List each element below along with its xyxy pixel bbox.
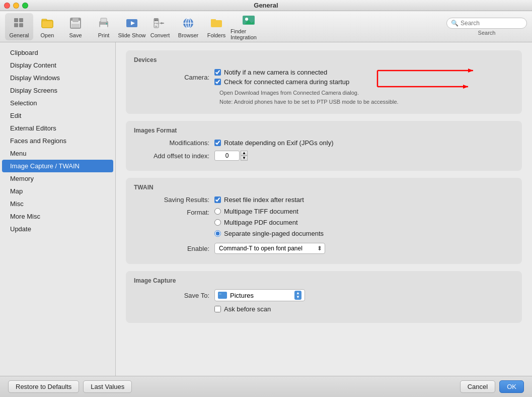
ask-before-scan-label: Ask before scan [224,305,271,313]
last-values-button[interactable]: Last Values [83,380,132,393]
multipage-pdf-row: Multipage PDF document [214,219,324,226]
svg-rect-10 [71,24,80,28]
bottom-left-buttons: Restore to Defaults Last Values [8,380,132,393]
multipage-pdf-label: Multipage PDF document [224,219,298,226]
slideshow-icon [124,15,140,31]
sidebar-item-edit[interactable]: Edit [2,109,113,122]
notify-checkbox[interactable] [214,69,221,76]
reset-index-label: Reset file index after restart [224,196,304,204]
multipage-pdf-radio[interactable] [214,219,221,226]
svg-rect-28 [211,20,222,27]
search-input[interactable] [461,20,522,27]
enable-select[interactable]: Command-T to open font panel None [214,243,325,254]
print-icon [96,15,112,31]
offset-decrement[interactable]: ▼ [241,156,248,161]
sidebar-item-display-content[interactable]: Display Content [2,59,113,72]
toolbar-convert[interactable]: JPG PNG TIF Convert [146,13,174,40]
sidebar-item-map[interactable]: Map [2,185,113,197]
camera-row: Camera: Notify if a new camera is connec… [134,69,514,86]
sidebar-item-selection[interactable]: Selection [2,97,113,109]
sidebar-item-memory[interactable]: Memory [2,172,113,185]
toolbar-general[interactable]: General [5,13,33,40]
format-row: Format: Multipage TIFF document Multipag… [134,208,514,239]
maximize-button[interactable] [22,3,28,9]
sidebar-item-image-capture[interactable]: Image Capture / TWAIN [2,160,113,172]
offset-input-wrap: 0 ▲ ▼ [214,151,248,161]
separate-paged-radio[interactable] [214,230,221,237]
rotate-checkbox[interactable] [214,140,221,146]
svg-text:PNG: PNG [155,22,159,25]
image-capture-title: Image Capture [134,277,514,284]
android-note: Note: Android phones have to be set to P… [219,99,514,105]
close-button[interactable] [4,3,10,9]
sidebar-item-external-editors[interactable]: External Editors [2,122,113,135]
sidebar-item-more-misc[interactable]: More Misc [2,210,113,223]
sidebar-item-display-screens[interactable]: Display Screens [2,84,113,97]
minimize-button[interactable] [13,3,19,9]
twain-section: TWAIN Saving Results: Reset file index a… [126,178,522,264]
svg-point-31 [245,18,248,21]
sidebar-item-display-windows[interactable]: Display Windows [2,72,113,84]
add-offset-row: Add offset to index: 0 ▲ ▼ [134,151,514,161]
check-connected-label: Check for connected camera during startu… [224,78,349,86]
toolbar-print[interactable]: Print [90,13,118,40]
svg-rect-41 [219,293,221,295]
save-to-row: Save To: Pictures ▲ ▼ [134,289,514,301]
general-icon [11,15,27,31]
search-label: Search [478,30,496,36]
reset-index-checkbox[interactable] [214,196,221,203]
ask-before-scan-checkbox-row: Ask before scan [214,305,271,313]
devices-section-title: Devices [134,56,514,63]
search-icon: 🔍 [451,20,459,27]
convert-icon: JPG PNG TIF [152,15,168,31]
folder-blue-icon [218,292,227,299]
window-title: General [254,2,278,9]
toolbar-slideshow[interactable]: Slide Show [118,13,146,40]
check-connected-checkbox[interactable] [214,79,221,85]
toolbar-search-area: 🔍 Search [446,18,527,36]
open-icon [39,15,55,31]
enable-select-wrap: Command-T to open font panel None ⬍ [214,243,325,254]
ask-before-scan-row: Ask before scan [134,305,514,313]
multipage-tiff-radio[interactable] [214,208,221,215]
offset-input[interactable]: 0 [214,151,240,161]
sidebar-item-misc[interactable]: Misc [2,197,113,210]
sidebar-item-update[interactable]: Update [2,223,113,235]
enable-row: Enable: Command-T to open font panel Non… [134,243,514,254]
traffic-lights [4,3,28,9]
svg-rect-29 [211,19,216,21]
svg-rect-12 [101,18,107,22]
modifications-row: Modifications: Rotate depending on Exif … [134,139,514,147]
enable-label: Enable: [134,245,214,252]
toolbar-finder-integration[interactable]: Finder Integration [231,13,267,40]
save-to-arrows: ▲ ▼ [294,291,301,300]
sidebar-item-faces-and-regions[interactable]: Faces and Regions [2,135,113,147]
save-to-select[interactable]: Pictures ▲ ▼ [214,289,305,301]
modifications-checkbox-row: Rotate depending on Exif (JPGs only) [214,139,334,147]
saving-results-checkbox-row: Reset file index after restart [214,196,304,204]
print-label: Print [98,32,110,38]
general-label: General [9,32,29,38]
toolbar-open[interactable]: Open [33,13,61,40]
finder-integration-icon [241,13,257,27]
toolbar-browser[interactable]: Browser [174,13,202,40]
sidebar-item-menu[interactable]: Menu [2,147,113,160]
ok-button[interactable]: OK [499,380,524,393]
format-label: Format: [134,208,214,216]
offset-increment[interactable]: ▲ [241,151,248,156]
ask-before-scan-checkbox[interactable] [214,306,221,312]
sidebar-item-clipboard[interactable]: Clipboard [2,46,113,59]
search-box[interactable]: 🔍 [446,18,527,29]
saving-results-label: Saving Results: [134,196,214,204]
toolbar-save[interactable]: Save [61,13,90,40]
images-format-section: Images Format Modifications: Rotate depe… [126,121,522,171]
bottom-right-buttons: Cancel OK [460,380,524,393]
toolbar-folders[interactable]: Folders [202,13,231,40]
restore-defaults-button[interactable]: Restore to Defaults [8,380,79,393]
toolbar: General Open Save [0,11,532,42]
modifications-label: Modifications: [134,139,214,147]
browser-label: Browser [178,32,198,38]
cancel-button[interactable]: Cancel [460,380,495,393]
save-label: Save [69,32,82,38]
open-label: Open [41,32,54,38]
